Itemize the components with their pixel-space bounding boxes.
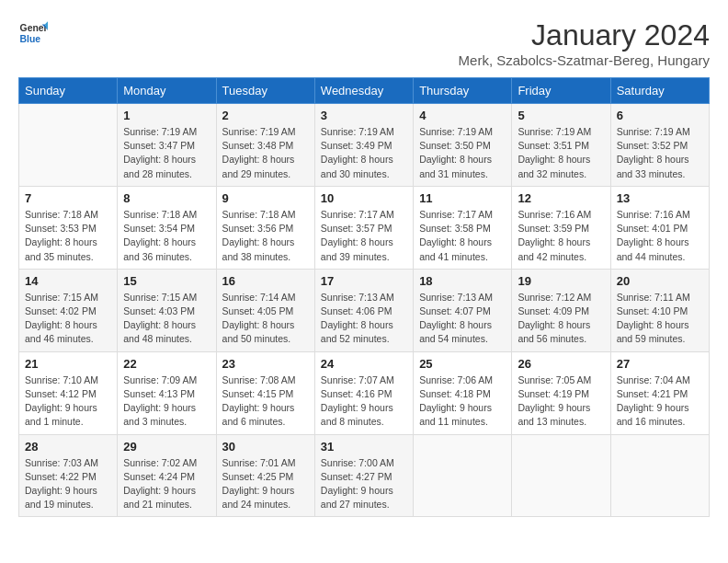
day-cell: 22Sunrise: 7:09 AMSunset: 4:13 PMDayligh… [118,351,216,434]
day-number: 27 [617,357,703,371]
day-number: 26 [518,357,604,371]
day-number: 18 [419,274,506,288]
day-cell: 24Sunrise: 7:07 AMSunset: 4:16 PMDayligh… [314,351,413,434]
day-number: 29 [123,440,210,454]
day-cell: 26Sunrise: 7:05 AMSunset: 4:19 PMDayligh… [512,351,610,434]
header-wednesday: Wednesday [314,78,413,104]
day-info: Sunrise: 7:11 AMSunset: 4:10 PMDaylight:… [617,291,703,347]
day-cell: 16Sunrise: 7:14 AMSunset: 4:05 PMDayligh… [216,269,314,351]
day-cell: 30Sunrise: 7:01 AMSunset: 4:25 PMDayligh… [216,434,314,517]
day-info: Sunrise: 7:19 AMSunset: 3:47 PMDaylight:… [123,125,210,181]
day-cell: 12Sunrise: 7:16 AMSunset: 3:59 PMDayligh… [512,186,610,269]
week-row-5: 28Sunrise: 7:03 AMSunset: 4:22 PMDayligh… [19,434,710,517]
day-cell: 29Sunrise: 7:02 AMSunset: 4:24 PMDayligh… [118,434,216,517]
day-cell: 5Sunrise: 7:19 AMSunset: 3:51 PMDaylight… [512,104,610,187]
title-block: January 2024 Merk, Szabolcs-Szatmar-Bere… [459,18,710,68]
day-cell: 9Sunrise: 7:18 AMSunset: 3:56 PMDaylight… [216,186,314,269]
day-cell: 10Sunrise: 7:17 AMSunset: 3:57 PMDayligh… [314,186,413,269]
day-info: Sunrise: 7:17 AMSunset: 3:58 PMDaylight:… [419,208,506,264]
day-number: 10 [321,191,407,205]
week-row-1: 1Sunrise: 7:19 AMSunset: 3:47 PMDaylight… [19,104,710,187]
day-cell: 18Sunrise: 7:13 AMSunset: 4:07 PMDayligh… [414,269,512,351]
day-info: Sunrise: 7:08 AMSunset: 4:15 PMDaylight:… [222,373,309,430]
day-number: 7 [25,191,111,205]
day-info: Sunrise: 7:04 AMSunset: 4:21 PMDaylight:… [617,373,703,430]
day-cell: 23Sunrise: 7:08 AMSunset: 4:15 PMDayligh… [216,351,314,434]
day-cell: 15Sunrise: 7:15 AMSunset: 4:03 PMDayligh… [118,269,216,351]
day-number: 31 [321,440,407,454]
day-number: 6 [617,109,703,122]
day-info: Sunrise: 7:19 AMSunset: 3:50 PMDaylight:… [419,125,506,181]
header-sunday: Sunday [19,78,118,104]
day-cell: 31Sunrise: 7:00 AMSunset: 4:27 PMDayligh… [314,434,413,517]
day-info: Sunrise: 7:19 AMSunset: 3:48 PMDaylight:… [222,125,309,181]
day-info: Sunrise: 7:09 AMSunset: 4:13 PMDaylight:… [123,373,210,430]
day-cell: 1Sunrise: 7:19 AMSunset: 3:47 PMDaylight… [118,104,216,187]
day-info: Sunrise: 7:01 AMSunset: 4:25 PMDaylight:… [222,456,309,512]
day-info: Sunrise: 7:03 AMSunset: 4:22 PMDaylight:… [25,456,111,512]
header-monday: Monday [118,78,216,104]
logo-icon: General Blue [18,18,48,48]
day-cell: 20Sunrise: 7:11 AMSunset: 4:10 PMDayligh… [610,269,709,351]
day-number: 15 [123,274,210,288]
svg-text:Blue: Blue [20,34,41,44]
day-cell: 11Sunrise: 7:17 AMSunset: 3:58 PMDayligh… [414,186,512,269]
day-info: Sunrise: 7:05 AMSunset: 4:19 PMDaylight:… [518,373,604,430]
week-row-2: 7Sunrise: 7:18 AMSunset: 3:53 PMDaylight… [19,186,710,269]
day-number: 23 [222,357,309,371]
day-info: Sunrise: 7:13 AMSunset: 4:07 PMDaylight:… [419,291,506,347]
day-number: 1 [123,109,210,122]
day-info: Sunrise: 7:19 AMSunset: 3:52 PMDaylight:… [617,125,703,181]
day-cell: 7Sunrise: 7:18 AMSunset: 3:53 PMDaylight… [19,186,118,269]
day-cell [512,434,610,517]
day-number: 28 [25,440,111,454]
day-number: 21 [25,357,111,371]
logo: General Blue [18,18,48,48]
day-info: Sunrise: 7:07 AMSunset: 4:16 PMDaylight:… [321,373,407,430]
day-info: Sunrise: 7:18 AMSunset: 3:56 PMDaylight:… [222,208,309,264]
day-cell: 13Sunrise: 7:16 AMSunset: 4:01 PMDayligh… [610,186,709,269]
day-cell [414,434,512,517]
day-info: Sunrise: 7:15 AMSunset: 4:02 PMDaylight:… [25,291,111,347]
day-number: 13 [617,191,703,205]
day-cell: 19Sunrise: 7:12 AMSunset: 4:09 PMDayligh… [512,269,610,351]
day-cell [610,434,709,517]
day-cell: 6Sunrise: 7:19 AMSunset: 3:52 PMDaylight… [610,104,709,187]
day-number: 9 [222,191,309,205]
day-cell: 21Sunrise: 7:10 AMSunset: 4:12 PMDayligh… [19,351,118,434]
day-info: Sunrise: 7:02 AMSunset: 4:24 PMDaylight:… [123,456,210,512]
day-number: 4 [419,109,506,122]
day-number: 12 [518,191,604,205]
day-number: 3 [321,109,407,122]
day-number: 5 [518,109,604,122]
day-cell [19,104,118,187]
subtitle: Merk, Szabolcs-Szatmar-Bereg, Hungary [459,52,710,68]
day-number: 30 [222,440,309,454]
day-cell: 17Sunrise: 7:13 AMSunset: 4:06 PMDayligh… [314,269,413,351]
header-thursday: Thursday [414,78,512,104]
day-info: Sunrise: 7:00 AMSunset: 4:27 PMDaylight:… [321,456,407,512]
day-info: Sunrise: 7:17 AMSunset: 3:57 PMDaylight:… [321,208,407,264]
day-cell: 27Sunrise: 7:04 AMSunset: 4:21 PMDayligh… [610,351,709,434]
week-row-4: 21Sunrise: 7:10 AMSunset: 4:12 PMDayligh… [19,351,710,434]
calendar-header-row: SundayMondayTuesdayWednesdayThursdayFrid… [19,78,710,104]
day-number: 25 [419,357,506,371]
day-number: 19 [518,274,604,288]
day-cell: 8Sunrise: 7:18 AMSunset: 3:54 PMDaylight… [118,186,216,269]
day-info: Sunrise: 7:10 AMSunset: 4:12 PMDaylight:… [25,373,111,430]
header-friday: Friday [512,78,610,104]
day-number: 20 [617,274,703,288]
day-info: Sunrise: 7:12 AMSunset: 4:09 PMDaylight:… [518,291,604,347]
week-row-3: 14Sunrise: 7:15 AMSunset: 4:02 PMDayligh… [19,269,710,351]
day-number: 11 [419,191,506,205]
day-info: Sunrise: 7:13 AMSunset: 4:06 PMDaylight:… [321,291,407,347]
day-cell: 2Sunrise: 7:19 AMSunset: 3:48 PMDaylight… [216,104,314,187]
day-cell: 14Sunrise: 7:15 AMSunset: 4:02 PMDayligh… [19,269,118,351]
day-cell: 28Sunrise: 7:03 AMSunset: 4:22 PMDayligh… [19,434,118,517]
calendar-table: SundayMondayTuesdayWednesdayThursdayFrid… [18,77,710,517]
day-number: 17 [321,274,407,288]
day-cell: 25Sunrise: 7:06 AMSunset: 4:18 PMDayligh… [414,351,512,434]
day-info: Sunrise: 7:19 AMSunset: 3:49 PMDaylight:… [321,125,407,181]
day-cell: 3Sunrise: 7:19 AMSunset: 3:49 PMDaylight… [314,104,413,187]
day-number: 14 [25,274,111,288]
